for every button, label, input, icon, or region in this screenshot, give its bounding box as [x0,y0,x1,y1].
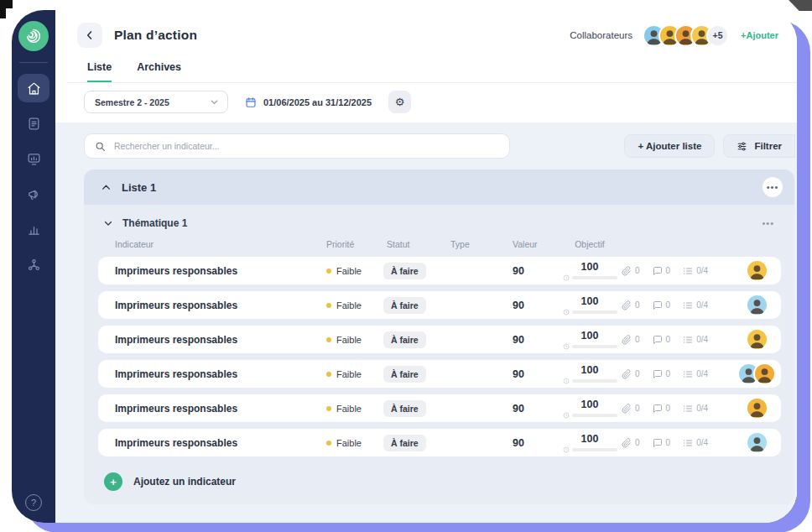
column-statut: Statut [377,239,440,249]
chevron-down-icon[interactable] [103,218,113,228]
checklist-count[interactable]: 0/4 [683,404,708,414]
sidebar-item-network[interactable] [18,250,49,279]
sliders-icon [737,141,747,152]
row-meta-icons: 0 0 0/4 [622,369,732,379]
settings-button[interactable]: ⚙ [388,91,411,113]
search-box[interactable] [84,133,510,159]
column-valeur: Valeur [502,239,558,249]
bar-chart-icon [27,222,41,237]
add-collaborator-button[interactable]: +Ajouter [741,30,778,40]
comment-icon [653,438,663,448]
add-list-button[interactable]: + Ajouter liste [624,134,715,158]
comments-count[interactable]: 0 [653,266,671,276]
priority-dot-icon [326,372,331,377]
attachments-count[interactable]: 0 [622,369,640,379]
list-header[interactable]: Liste 1 ••• [84,170,794,205]
checklist-count[interactable]: 0/4 [683,438,708,448]
comments-count[interactable]: 0 [653,335,671,345]
value-cell: 90 [502,437,558,449]
status-badge: À faire [383,435,426,451]
priority-dot-icon [326,303,331,308]
objective-progress [563,412,617,419]
screen-icon [27,152,41,166]
objective-value: 100 [581,364,599,376]
help-button[interactable]: ? [25,494,42,511]
date-range-picker[interactable]: 01/06/2025 au 31/12/2025 [245,96,372,108]
paperclip-icon [622,335,632,345]
more-icon: ••• [767,182,779,192]
comments-count[interactable]: 0 [653,404,671,414]
progress-track [572,379,617,383]
priority-cell: Faible [316,266,377,276]
tab-archives[interactable]: Archives [137,61,181,82]
indicator-row[interactable]: Imprimeurs responsables Faible À faire 9… [98,394,781,422]
clock-icon [563,378,570,384]
priority-dot-icon [326,406,331,411]
period-select[interactable]: Semestre 2 - 2025 [84,91,228,113]
indicator-row[interactable]: Imprimeurs responsables Faible À faire 9… [98,326,781,353]
add-indicator-button[interactable]: + Ajoutez un indicateur [98,463,781,496]
indicator-row[interactable]: Imprimeurs responsables Faible À faire 9… [98,360,781,388]
assignee-avatars [732,362,781,385]
status-cell: À faire [377,435,440,451]
priority-cell: Faible [316,438,377,448]
assignee-avatars [732,328,781,351]
comment-icon [653,404,663,414]
attachments-count[interactable]: 0 [622,404,640,414]
column-headers: Indicateur Priorité Statut Type Valeur O… [98,237,781,257]
row-meta-icons: 0 0 0/4 [622,300,732,310]
indicator-row[interactable]: Imprimeurs responsables Faible À faire 9… [98,257,781,284]
checklist-count[interactable]: 0/4 [683,300,708,310]
attachments-count[interactable]: 0 [622,438,640,448]
checklist-count[interactable]: 0/4 [683,369,708,379]
plus-icon: + [104,472,122,491]
tab-liste[interactable]: Liste [87,61,112,82]
objective-value: 100 [581,295,599,307]
theme-more-button[interactable]: ••• [762,218,774,228]
sidebar-item-documents[interactable] [18,109,49,138]
paperclip-icon [622,404,632,414]
objective-value: 100 [581,399,599,410]
priority-dot-icon [326,269,331,274]
search-icon [95,141,106,152]
theme-row[interactable]: Thématique 1 ••• [98,214,781,237]
comments-count[interactable]: 0 [653,369,671,379]
indicator-name: Imprimeurs responsables [98,403,316,415]
objective-value: 100 [581,261,599,273]
date-range-value: 01/06/2025 au 31/12/2025 [263,97,372,107]
back-button[interactable] [77,23,102,48]
assignee-avatars [732,259,781,282]
row-meta-icons: 0 0 0/4 [622,266,732,276]
objective-cell: 100 [558,399,622,419]
checklist-count[interactable]: 0/4 [683,266,708,276]
indicator-row[interactable]: Imprimeurs responsables Faible À faire 9… [98,429,781,456]
page-header: Plan d’action Collaborateurs +5 +Ajouter [55,10,797,48]
progress-track [572,310,617,314]
indicator-name: Imprimeurs responsables [98,437,316,449]
sidebar-item-home[interactable] [18,74,49,102]
checklist-count[interactable]: 0/4 [683,335,708,345]
attachments-count[interactable]: 0 [622,300,640,310]
indicator-row[interactable]: Imprimeurs responsables Faible À faire 9… [98,291,781,319]
sidebar-item-statistics[interactable] [18,215,49,243]
comments-count[interactable]: 0 [653,438,671,448]
more-icon: ••• [762,218,774,228]
status-cell: À faire [377,297,440,314]
objective-progress [563,446,617,453]
sidebar-item-dashboard[interactable] [18,144,49,173]
filter-button[interactable]: Filtrer [723,134,795,158]
chevron-left-icon [84,29,96,41]
attachments-count[interactable]: 0 [622,335,640,345]
priority-label: Faible [336,438,362,448]
collaborators-overflow-badge[interactable]: +5 [706,24,729,47]
status-badge: À faire [383,366,426,383]
chevron-up-icon[interactable] [101,182,112,193]
comments-count[interactable]: 0 [653,300,671,310]
collaborators-label: Collaborateurs [570,30,632,40]
search-input[interactable] [114,141,499,151]
checklist-icon [683,438,693,448]
sidebar-item-communication[interactable] [18,180,49,208]
status-badge: À faire [383,263,426,279]
list-more-button[interactable]: ••• [763,177,783,197]
attachments-count[interactable]: 0 [622,266,640,276]
